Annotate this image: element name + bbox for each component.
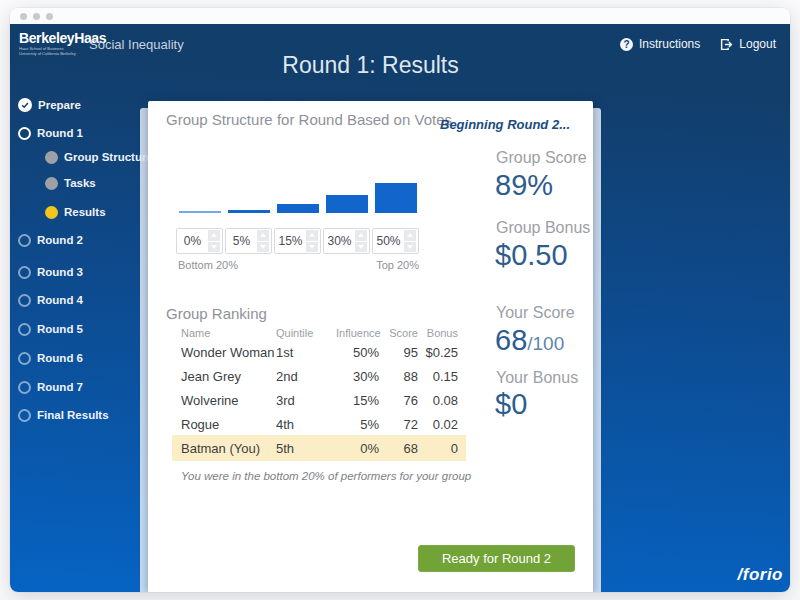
cell-score: 76 xyxy=(379,393,418,408)
top-20-label: Top 20% xyxy=(376,259,419,271)
sidebar-item-label: Round 4 xyxy=(37,294,83,306)
sidebar-item-round-1[interactable]: Round 1 xyxy=(18,125,83,141)
radio-circle-icon xyxy=(18,234,31,247)
increment-button[interactable] xyxy=(208,230,220,241)
step-dot-icon xyxy=(45,177,58,190)
sidebar-item-label: Round 6 xyxy=(37,352,83,364)
col-header-influence: Influence xyxy=(336,327,379,339)
cell-name: Batman (You) xyxy=(181,441,276,456)
influence-bar-chart xyxy=(176,159,419,213)
app-window: BerkeleyHaas Haas School of Business Uni… xyxy=(10,8,790,592)
traffic-light-minimize-icon[interactable] xyxy=(33,13,40,20)
sidebar-item-results[interactable]: Results xyxy=(45,204,106,220)
decrement-button[interactable] xyxy=(355,242,367,253)
your-score-value: 68/100 xyxy=(495,324,564,357)
cell-bonus: $0.25 xyxy=(418,345,458,360)
influence-input-q2[interactable] xyxy=(226,229,257,253)
cell-score: 88 xyxy=(379,369,418,384)
table-row-highlighted-you: Batman (You) 5th 0% 68 0 xyxy=(172,435,466,461)
quintile-bar-1 xyxy=(179,211,221,213)
sidebar-item-prepare[interactable]: Prepare xyxy=(18,97,81,113)
sidebar-item-label: Tasks xyxy=(64,177,96,189)
sidebar-item-round-2[interactable]: Round 2 xyxy=(18,232,83,248)
table-row: Wolverine 3rd 15% 76 0.08 xyxy=(172,388,466,412)
table-row: Rogue 4th 5% 72 0.02 xyxy=(172,412,466,436)
radio-circle-icon xyxy=(18,127,31,140)
col-header-name: Name xyxy=(181,327,276,339)
increment-button[interactable] xyxy=(306,230,318,241)
col-header-score: Score xyxy=(379,327,418,339)
influence-spinner-q4 xyxy=(323,228,370,254)
decrement-button[interactable] xyxy=(257,242,269,253)
sidebar-item-round-3[interactable]: Round 3 xyxy=(18,264,83,280)
chart-section-title: Group Structure for Round Based on Votes xyxy=(166,111,452,128)
influence-spinner-q2 xyxy=(225,228,272,254)
col-header-quintile: Quintile xyxy=(276,327,336,339)
cell-influence: 50% xyxy=(336,345,379,360)
logout-button[interactable]: Logout xyxy=(720,37,776,51)
decrement-button[interactable] xyxy=(208,242,220,253)
ready-for-round-2-button[interactable]: Ready for Round 2 xyxy=(418,545,575,572)
sidebar-item-label: Final Results xyxy=(37,409,109,421)
sidebar-item-round-5[interactable]: Round 5 xyxy=(18,321,83,337)
quintile-bar-4 xyxy=(326,195,368,213)
cell-influence: 0% xyxy=(336,441,379,456)
your-score-max: /100 xyxy=(527,333,564,354)
forio-logo[interactable]: /forio xyxy=(738,565,784,585)
sidebar-item-group-structure[interactable]: Group Structure xyxy=(45,149,153,165)
cell-quintile: 1st xyxy=(276,345,336,360)
radio-circle-icon xyxy=(18,323,31,336)
sidebar-item-tasks[interactable]: Tasks xyxy=(45,175,96,191)
quintile-bar-2 xyxy=(228,210,270,213)
round-transition-status: Beginning Round 2... xyxy=(440,117,570,132)
increment-button[interactable] xyxy=(257,230,269,241)
influence-input-q5[interactable] xyxy=(373,229,404,253)
cell-influence: 5% xyxy=(336,417,379,432)
decrement-button[interactable] xyxy=(404,242,416,253)
increment-button[interactable] xyxy=(355,230,367,241)
instructions-button[interactable]: ? Instructions xyxy=(620,37,700,51)
cell-score: 95 xyxy=(379,345,418,360)
active-step-dot-icon xyxy=(45,206,58,219)
step-dot-icon xyxy=(45,151,58,164)
influence-spinner-q1 xyxy=(176,228,223,254)
decrement-button[interactable] xyxy=(306,242,318,253)
influence-input-q3[interactable] xyxy=(275,229,306,253)
cell-score: 72 xyxy=(379,417,418,432)
cell-score: 68 xyxy=(379,441,418,456)
radio-circle-icon xyxy=(18,381,31,394)
ranking-footnote: You were in the bottom 20% of performers… xyxy=(181,470,471,482)
sidebar-item-round-4[interactable]: Round 4 xyxy=(18,292,83,308)
quintile-bar-3 xyxy=(277,204,319,213)
sidebar-item-label: Round 7 xyxy=(37,381,83,393)
header-nav: ? Instructions Logout xyxy=(620,37,776,51)
traffic-light-close-icon[interactable] xyxy=(20,13,27,20)
cell-influence: 30% xyxy=(336,369,379,384)
cell-quintile: 2nd xyxy=(276,369,336,384)
influence-input-q1[interactable] xyxy=(177,229,208,253)
group-bonus-value: $0.50 xyxy=(495,239,568,272)
help-icon: ? xyxy=(620,38,633,51)
check-circle-icon xyxy=(18,98,32,112)
cell-bonus: 0.15 xyxy=(418,369,458,384)
sidebar-item-label: Round 5 xyxy=(37,323,83,335)
influence-spinners xyxy=(176,228,419,254)
results-card: Group Structure for Round Based on Votes… xyxy=(148,101,593,592)
sidebar-item-round-7[interactable]: Round 7 xyxy=(18,379,83,395)
influence-spinner-q5 xyxy=(372,228,419,254)
your-score-label: Your Score xyxy=(496,304,575,322)
window-titlebar[interactable] xyxy=(10,8,790,24)
influence-input-q4[interactable] xyxy=(324,229,355,253)
sidebar-item-round-6[interactable]: Round 6 xyxy=(18,350,83,366)
cell-name: Jean Grey xyxy=(181,369,276,384)
sidebar-item-final-results[interactable]: Final Results xyxy=(18,407,109,423)
quintile-bar-5 xyxy=(375,183,417,213)
bottom-20-label: Bottom 20% xyxy=(178,259,238,271)
increment-button[interactable] xyxy=(404,230,416,241)
table-row: Wonder Woman 1st 50% 95 $0.25 xyxy=(172,340,466,364)
logout-label: Logout xyxy=(739,37,776,51)
cell-name: Wonder Woman xyxy=(181,345,276,360)
traffic-light-maximize-icon[interactable] xyxy=(46,13,53,20)
group-score-label: Group Score xyxy=(496,149,587,167)
screen: BerkeleyHaas Haas School of Business Uni… xyxy=(0,0,800,600)
